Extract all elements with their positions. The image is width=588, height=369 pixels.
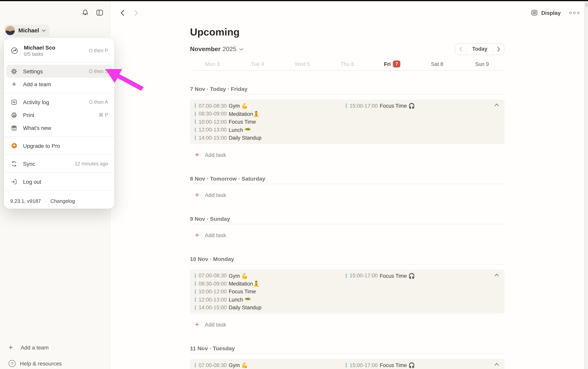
display-icon [531,9,538,16]
menu-divider [4,93,114,93]
add-task-label: Add task [205,192,226,198]
account-menu-profile[interactable]: Michael Sco 0/5 tasks O then P [4,42,114,60]
next-week-button[interactable] [493,44,504,55]
add-task-button[interactable]: +Add task [190,150,505,159]
window-top-edge [0,0,588,1]
task-row[interactable]: 15:00-17:00Focus Time 🎧 [346,102,500,110]
weekday-sat[interactable]: Sat 8 [414,60,459,68]
menu-item-logout[interactable]: Log out [4,175,114,188]
add-task-plus-icon: + [194,321,200,328]
section-heading: 8 Nov · Tomorrow · Saturday [190,174,505,182]
account-name: Michael Sco [24,44,89,51]
task-title: Focus Time 🎧 [380,103,415,109]
help-icon: ? [9,360,16,367]
menu-item-add-team[interactable]: + Add a team [4,78,114,91]
productivity-icon [10,46,19,55]
weekday-label: Wed 5 [295,61,310,67]
toggle-sidebar-icon[interactable] [95,8,104,17]
day-section: 8 Nov · Tomorrow · Saturday+Add task [190,174,505,199]
history-back-icon[interactable] [118,9,126,17]
collapse-chevron-icon[interactable] [493,101,501,109]
menu-item-print[interactable]: Print ⌘ P [4,108,114,121]
task-row[interactable]: 14:00-15:00Daily Standup [195,134,346,142]
task-row[interactable]: 07:00-08:30Gym 💪 [195,272,346,280]
task-row[interactable]: 10:00-12:00Focus Time [195,288,346,296]
task-row[interactable]: 12:00-13:00Lunch 🥗 [195,126,346,134]
weekday-wed[interactable]: Wed 5 [280,60,325,68]
weekday-thu[interactable]: Thu 6 [325,60,370,68]
menu-item-settings[interactable]: Settings O then S [6,65,112,78]
task-title: Gym 💪 [229,103,248,109]
collapse-chevron-icon[interactable] [493,271,501,279]
sidebar-help-resources[interactable]: ? Help & resources [9,359,62,368]
task-title: Daily Standup [229,135,261,141]
weekday-label: Mon 3 [205,61,220,67]
history-forward-icon[interactable] [132,9,140,17]
task-row[interactable]: 07:00-08:30Gym 💪 [195,361,346,369]
weekday-label: Tue 4 [251,61,264,67]
changelog-link[interactable]: Changelog [50,198,75,204]
add-task-label: Add task [205,321,226,328]
task-row[interactable]: 08:30-09:00Meditation🧘 [195,280,346,288]
event-color-bar [195,289,196,294]
task-time: 15:00-17:00 [350,362,378,368]
prev-week-button[interactable] [455,44,466,55]
dot-separator: · [45,198,47,204]
add-task-button[interactable]: +Add task [190,320,505,329]
task-row[interactable]: 07:00-08:30Gym 💪 [195,102,346,110]
task-column-right: 15:00-17:00Focus Time 🎧 [346,361,500,369]
divider [190,264,505,264]
weekday-mon[interactable]: Mon 3 [190,60,235,68]
day-section: 7 Nov · Today · Friday07:00-08:30Gym 💪08… [190,85,505,159]
task-row[interactable]: 14:00-15:00Daily Standup [195,304,346,312]
menu-item-sync[interactable]: Sync 12 minutes ago [4,157,114,170]
divider [190,353,505,354]
task-column-right: 15:00-17:00Focus Time 🎧 [346,272,500,280]
menu-item-activity-log[interactable]: Activity log G then A [4,96,114,108]
sidebar-add-team[interactable]: + Add a team [9,343,49,352]
add-task-label: Add task [205,152,226,158]
menu-item-logout-label: Log out [23,178,108,185]
task-row[interactable]: 12:00-13:00Lunch 🥗 [195,296,346,304]
task-column-left: 07:00-08:30Gym 💪08:30-09:00Meditation🧘10… [195,272,346,312]
task-row[interactable]: 15:00-17:00Focus Time 🎧 [346,272,500,280]
user-menu-trigger[interactable]: Michael [4,25,50,36]
month-selector[interactable]: November 2025 [190,46,243,53]
collapse-chevron-icon[interactable] [493,360,501,368]
shortcut-hint: O then S [89,69,108,74]
more-options-icon[interactable] [569,12,579,14]
task-title: Gym 💪 [229,362,248,369]
scrollbar-thumb[interactable] [585,3,588,7]
chevron-down-icon [42,29,46,32]
menu-item-upgrade-label: Upgrade to Pro [23,143,108,149]
task-block: 07:00-08:30Gym 💪08:30-09:00Meditation🧘15… [190,359,505,369]
task-row[interactable]: 10:00-12:00Focus Time [195,118,346,126]
scrollbar-track[interactable] [584,1,588,369]
task-title: Focus Time [229,119,256,125]
task-title: Daily Standup [229,305,261,311]
task-title: Lunch 🥗 [229,127,251,133]
task-row[interactable]: 08:30-09:00Meditation🧘 [195,110,346,118]
task-time: 15:00-17:00 [350,273,378,279]
weekday-fri[interactable]: Fri7 [370,60,414,68]
menu-item-sync-label: Sync [23,161,75,167]
weekday-label: Fri [384,61,391,67]
today-button[interactable]: Today [466,46,493,53]
add-task-button[interactable]: +Add task [190,191,505,199]
display-options-button[interactable]: Display [531,9,561,16]
weekday-label: Thu 6 [340,61,354,67]
task-time: 12:00-13:00 [199,127,227,133]
task-row[interactable]: 15:00-17:00Focus Time 🎧 [346,361,500,369]
logout-icon [10,178,18,185]
task-time: 07:00-08:30 [199,273,227,279]
today-nav: Today [455,43,505,55]
add-task-button[interactable]: +Add task [190,231,505,239]
day-section: 10 Nov · Monday07:00-08:30Gym 💪08:30-09:… [190,255,505,329]
day-section: 11 Nov · Tuesday07:00-08:30Gym 💪08:30-09… [190,344,505,369]
menu-item-whats-new[interactable]: What's new [4,121,114,134]
menu-item-upgrade[interactable]: Upgrade to Pro [4,139,114,152]
weekday-tue[interactable]: Tue 4 [235,60,280,68]
weekday-sun[interactable]: Sun 9 [460,60,505,68]
task-time: 10:00-12:00 [199,289,227,295]
notifications-bell-icon[interactable] [80,8,90,17]
